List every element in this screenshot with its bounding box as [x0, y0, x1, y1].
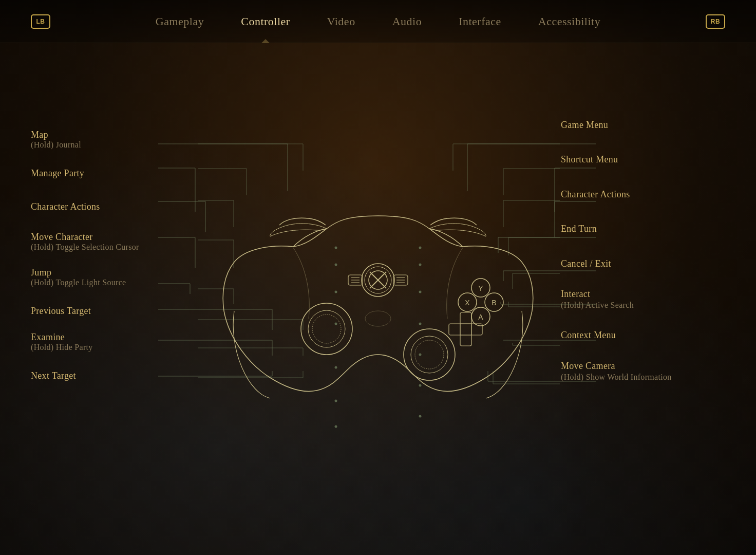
- svg-point-37: [335, 425, 337, 428]
- label-move-character: Move Character (Hold) Toggle Selection C…: [31, 232, 195, 252]
- tab-controller[interactable]: Controller: [222, 1, 308, 43]
- label-jump: Jump (Hold) Toggle Light Source: [31, 267, 195, 287]
- svg-text:B: B: [492, 299, 496, 307]
- svg-point-31: [335, 247, 337, 249]
- svg-point-32: [335, 264, 337, 266]
- labels-left: Map (Hold) Journal Manage Party Characte…: [31, 68, 195, 530]
- svg-text:X: X: [465, 299, 470, 307]
- nav-tabs: Gameplay Controller Video Audio Interfac…: [137, 1, 619, 43]
- svg-point-13: [301, 303, 352, 355]
- svg-point-15: [312, 314, 341, 343]
- svg-point-19: [404, 329, 455, 380]
- label-map: Map (Hold) Journal: [31, 130, 195, 150]
- label-context-menu: Context Menu: [561, 329, 725, 341]
- svg-point-43: [419, 354, 422, 356]
- svg-point-35: [335, 366, 337, 369]
- nav-bar: LB Gameplay Controller Video Audio Inter…: [0, 0, 756, 43]
- svg-point-45: [419, 415, 422, 418]
- svg-point-44: [419, 384, 422, 387]
- svg-point-33: [335, 291, 337, 293]
- rb-label: RB: [711, 18, 720, 25]
- tab-gameplay[interactable]: Gameplay: [137, 1, 222, 43]
- svg-point-34: [335, 323, 337, 325]
- svg-point-36: [335, 400, 337, 402]
- controller-svg: Y B X A: [209, 164, 547, 432]
- label-interact: Interact (Hold) Active Search: [561, 288, 725, 311]
- label-manage-party: Manage Party: [31, 168, 195, 179]
- tab-accessibility[interactable]: Accessibility: [520, 1, 619, 43]
- label-previous-target: Previous Target: [31, 306, 195, 317]
- rb-bumper[interactable]: RB: [706, 14, 725, 29]
- main-content: .connector { stroke: #6a7a5a; stroke-wid…: [0, 43, 756, 555]
- lb-bumper[interactable]: LB: [31, 14, 50, 29]
- label-cancel-exit: Cancel / Exit: [561, 258, 725, 270]
- svg-rect-18: [460, 324, 471, 335]
- svg-rect-16: [460, 312, 471, 346]
- label-character-actions-r: Character Actions: [561, 189, 725, 200]
- label-move-camera: Move Camera (Hold) Show World Informatio…: [561, 360, 725, 383]
- label-end-turn: End Turn: [561, 223, 725, 235]
- label-character-actions-l: Character Actions: [31, 201, 195, 212]
- label-game-menu: Game Menu: [561, 119, 725, 131]
- tab-video[interactable]: Video: [309, 1, 374, 43]
- controller-diagram: Y B X A: [209, 164, 547, 434]
- svg-point-30: [365, 311, 391, 326]
- tab-interface[interactable]: Interface: [440, 1, 520, 43]
- svg-text:Y: Y: [478, 284, 483, 292]
- svg-point-14: [308, 310, 345, 347]
- svg-point-42: [419, 323, 422, 325]
- label-next-target: Next Target: [31, 371, 195, 381]
- controller-area: .connector { stroke: #6a7a5a; stroke-wid…: [0, 68, 756, 530]
- label-shortcut-menu: Shortcut Menu: [561, 154, 725, 165]
- lb-label: LB: [36, 18, 45, 25]
- svg-point-40: [419, 264, 422, 266]
- labels-right: Game Menu Shortcut Menu Character Action…: [561, 68, 725, 530]
- svg-text:A: A: [478, 313, 483, 321]
- label-examine: Examine (Hold) Hide Party: [31, 332, 195, 352]
- tab-audio[interactable]: Audio: [374, 1, 441, 43]
- svg-point-39: [419, 247, 422, 249]
- svg-point-41: [419, 291, 422, 293]
- svg-point-20: [411, 336, 448, 373]
